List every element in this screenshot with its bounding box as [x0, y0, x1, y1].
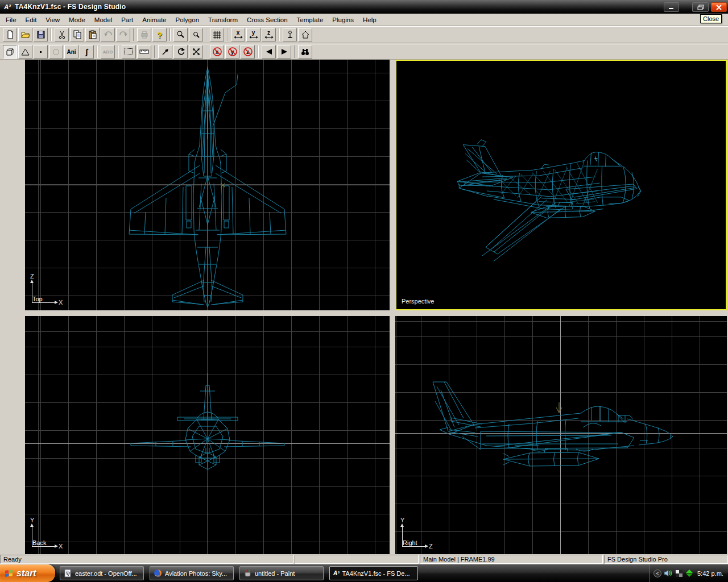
- undo-button[interactable]: [101, 28, 115, 41]
- firefox-icon: [154, 569, 162, 577]
- toolbar-separator: [258, 45, 259, 58]
- task-openoffice[interactable]: easter.odt - OpenOff...: [60, 566, 144, 580]
- restore-button[interactable]: [692, 2, 709, 12]
- viewport-label-back: Back: [32, 539, 46, 546]
- start-button[interactable]: start: [0, 564, 55, 582]
- paste-button[interactable]: [85, 28, 100, 41]
- axis-x-button[interactable]: x: [231, 28, 245, 41]
- menu-help[interactable]: Help: [358, 14, 381, 26]
- no-y-icon: y: [228, 47, 238, 57]
- menu-template[interactable]: Template: [292, 14, 328, 26]
- axis-y-icon: y: [252, 31, 255, 35]
- viewport-right[interactable]: Y Z Right: [395, 316, 727, 554]
- volume-icon[interactable]: [664, 569, 673, 577]
- menu-animate[interactable]: Animate: [138, 14, 171, 26]
- toolbar-separator: [294, 45, 295, 58]
- viewport-label-top: Top: [32, 296, 43, 302]
- menu-polygon[interactable]: Polygon: [171, 14, 204, 26]
- add-button[interactable]: ADD: [101, 45, 115, 59]
- marquee-select-button[interactable]: [122, 45, 136, 59]
- scale-tool-button[interactable]: [189, 45, 203, 59]
- menu-transform[interactable]: Transform: [204, 14, 242, 26]
- help-button[interactable]: ?: [152, 28, 167, 41]
- home-button[interactable]: [298, 28, 312, 41]
- close-button[interactable]: [711, 2, 727, 12]
- point-mode-button[interactable]: [34, 45, 48, 59]
- viewport-area: Z X Top: [0, 60, 728, 554]
- axis-z-button[interactable]: z: [262, 28, 276, 41]
- redo-button[interactable]: [116, 28, 130, 41]
- task-label: untitled - Paint: [255, 570, 295, 577]
- copy-button[interactable]: [70, 28, 84, 41]
- new-file-button[interactable]: [3, 28, 17, 41]
- menu-edit[interactable]: Edit: [21, 14, 42, 26]
- move-tool-button[interactable]: [158, 45, 172, 59]
- menu-plugins[interactable]: Plugins: [328, 14, 358, 26]
- viewport-perspective[interactable]: Perspective: [395, 60, 727, 310]
- viewport-top[interactable]: Z X Top: [25, 60, 390, 310]
- menu-file[interactable]: File: [1, 14, 21, 26]
- axis-indicator-back: Y X: [30, 520, 64, 552]
- toolbar-separator: [51, 28, 52, 41]
- app-window: A³ TA4KnzV1.fsc - FS Design Studio Close…: [0, 0, 728, 582]
- vertical-splitter[interactable]: [390, 60, 395, 554]
- grid-toggle-button[interactable]: [210, 28, 224, 41]
- axis-y-button[interactable]: y: [246, 28, 260, 41]
- zoom-in-button[interactable]: [189, 28, 203, 41]
- menu-cross-section[interactable]: Cross Section: [242, 14, 292, 26]
- prev-arrow-icon: [265, 48, 273, 55]
- axis-indicator-top: Z X: [30, 276, 64, 308]
- toolbar-separator: [206, 28, 207, 41]
- scale-icon: [192, 47, 201, 56]
- viewport-back[interactable]: Y X Back: [25, 316, 390, 554]
- save-button[interactable]: [34, 28, 48, 41]
- find-button[interactable]: [298, 45, 312, 59]
- menu-mode[interactable]: Mode: [64, 14, 90, 26]
- polygon-mode-button[interactable]: [18, 45, 32, 59]
- spline-button[interactable]: ∫: [80, 45, 94, 59]
- title-bar[interactable]: A³ TA4KnzV1.fsc - FS Design Studio: [0, 0, 728, 14]
- menu-model[interactable]: Model: [90, 14, 117, 26]
- close-icon: [715, 5, 722, 10]
- lock-z-button[interactable]: z: [241, 45, 255, 59]
- status-bar: Ready Main Model | FRAME1.99 FS Design S…: [0, 554, 728, 564]
- next-part-button[interactable]: [277, 45, 291, 59]
- zoom-out-button[interactable]: [173, 28, 188, 41]
- rotate-tool-button[interactable]: [173, 45, 188, 59]
- circle-mode-button[interactable]: [49, 45, 63, 59]
- print-button[interactable]: [137, 28, 151, 41]
- checkered-tray-icon[interactable]: [675, 569, 683, 577]
- menu-part[interactable]: Part: [117, 14, 138, 26]
- viewport-label-right: Right: [403, 539, 417, 546]
- minimize-button[interactable]: [664, 2, 679, 12]
- no-z-icon: z: [243, 47, 253, 57]
- add-icon: ADD: [103, 49, 113, 55]
- horizontal-splitter[interactable]: [25, 310, 727, 316]
- lock-y-button[interactable]: y: [225, 45, 239, 59]
- axis-letter-horizontal: X: [59, 543, 63, 550]
- measure-button[interactable]: [137, 45, 151, 59]
- toolbar-separator: [206, 45, 207, 58]
- balance-button[interactable]: [283, 28, 297, 41]
- tray-chevron-icon[interactable]: <: [653, 569, 661, 577]
- task-firefox[interactable]: Aviation Photos: Sky...: [150, 566, 234, 580]
- viewport-label-perspective: Perspective: [402, 298, 434, 305]
- object-mode-button[interactable]: [3, 45, 17, 59]
- task-fsds-active[interactable]: A³ TA4KnzV1.fsc - FS De...: [329, 566, 418, 580]
- lock-x-button[interactable]: x: [210, 45, 224, 59]
- network-activity-icon[interactable]: [685, 569, 693, 577]
- axis-letter-vertical: Y: [30, 517, 34, 523]
- axis-letter-vertical: Z: [30, 273, 34, 280]
- animate-mode-button[interactable]: Ani: [64, 45, 78, 59]
- help-icon: ?: [157, 30, 162, 40]
- cut-button[interactable]: [55, 28, 69, 41]
- marquee-icon: [125, 48, 133, 55]
- ani-icon: Ani: [67, 49, 76, 55]
- menu-view[interactable]: View: [41, 14, 64, 26]
- axis-letter-horizontal: X: [59, 299, 63, 306]
- prev-part-button[interactable]: [262, 45, 276, 59]
- menu-bar: File Edit View Mode Model Part Animate P…: [0, 14, 728, 26]
- task-paint[interactable]: untitled - Paint: [239, 566, 324, 580]
- open-file-button[interactable]: [18, 28, 32, 41]
- spline-icon: ∫: [86, 47, 88, 56]
